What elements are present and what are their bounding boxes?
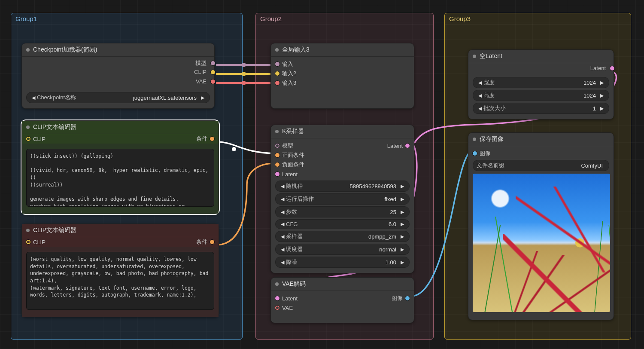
port-in-positive[interactable] — [275, 153, 279, 157]
node-title[interactable]: CLIP文本编码器 — [22, 121, 219, 134]
arrow-right-icon[interactable]: ▶ — [399, 260, 406, 265]
port-in-clip[interactable] — [26, 137, 30, 141]
out-latent-label: Latent — [387, 143, 403, 149]
title-text: VAE解码 — [282, 280, 306, 288]
widget-height[interactable]: ◀ 高度 1024 ▶ — [473, 90, 609, 101]
negative-prompt-textarea[interactable]: (worst quality, low quality, normal qual… — [26, 252, 214, 310]
out-clip-label: CLIP — [194, 69, 207, 75]
collapse-dot-icon[interactable] — [473, 55, 476, 58]
node-title[interactable]: 全局输入3 — [271, 43, 414, 57]
title-text: 保存图像 — [480, 135, 504, 143]
widget-denoise[interactable]: ◀ 降噪 1.00 ▶ — [275, 257, 410, 268]
port-out-latent[interactable] — [610, 66, 614, 70]
arrow-right-icon[interactable]: ▶ — [399, 184, 406, 189]
title-text: 全局输入3 — [282, 46, 310, 54]
node-title[interactable]: 空Latent — [468, 50, 614, 63]
out-model-label: 模型 — [195, 59, 207, 67]
widget-after-generate[interactable]: ◀ 运行后操作 fixed ▶ — [275, 193, 410, 205]
widget-batch[interactable]: ◀ 批次大小 1 ▶ — [473, 103, 609, 114]
in2-label: 输入2 — [282, 70, 296, 77]
node-vae-decode[interactable]: VAE解码 Latent 图像 VAE — [270, 277, 414, 323]
positive-prompt-textarea[interactable]: ((stick insect)) (galloping) ((vivid, hd… — [26, 149, 214, 207]
arrow-left-icon[interactable]: ◀ — [279, 234, 286, 239]
group-2-title: Group2 — [256, 13, 433, 24]
node-empty-latent[interactable]: 空Latent Latent ◀ 宽度 1024 ▶ ◀ 高度 1024 ▶ ◀… — [468, 49, 614, 119]
collapse-dot-icon[interactable] — [26, 48, 30, 52]
port-out-model[interactable] — [211, 61, 215, 65]
widget-scheduler[interactable]: ◀ 调度器 normal ▶ — [275, 244, 410, 255]
port-in-image[interactable] — [473, 151, 477, 156]
arrow-right-icon[interactable]: ▶ — [598, 93, 605, 98]
widget-checkpoint-name[interactable]: ◀ Checkpoint名称 juggernautXL.safetensors … — [26, 92, 210, 103]
port-in-3[interactable] — [275, 81, 279, 85]
collapse-dot-icon[interactable] — [275, 130, 279, 133]
node-title[interactable]: VAE解码 — [271, 278, 414, 291]
out-image-label: 图像 — [392, 294, 403, 302]
port-out-image[interactable] — [405, 296, 410, 300]
out-cond-label: 条件 — [196, 238, 207, 246]
arrow-left-icon[interactable]: ◀ — [279, 196, 286, 202]
port-out-cond[interactable] — [210, 240, 214, 244]
in-vae-label: VAE — [282, 305, 293, 311]
group-3-title: Group3 — [445, 13, 631, 24]
port-in-vae[interactable] — [275, 306, 279, 310]
port-in-latent[interactable] — [275, 172, 279, 176]
widget-seed[interactable]: ◀ 随机种 589549628940593 ▶ — [275, 181, 410, 192]
arrow-right-icon[interactable]: ▶ — [598, 106, 605, 111]
title-text: Checkpoint加载器(简易) — [33, 46, 97, 54]
node-save-image[interactable]: 保存图像 图像 文件名前缀 ComfyUI — [468, 132, 614, 320]
node-checkpoint-loader[interactable]: Checkpoint加载器(简易) 模型 CLIP VAE ◀ Checkpoi… — [21, 43, 215, 109]
node-clip-encode-negative[interactable]: CLIP文本编码器 CLIP 条件 (worst quality, low qu… — [21, 223, 219, 317]
port-in-model[interactable] — [275, 144, 279, 148]
arrow-left-icon[interactable]: ◀ — [279, 209, 286, 215]
port-in-clip[interactable] — [26, 240, 30, 244]
widget-sampler[interactable]: ◀ 采样器 dpmpp_2m ▶ — [275, 231, 410, 242]
collapse-dot-icon[interactable] — [26, 229, 30, 232]
arrow-left-icon[interactable]: ◀ — [279, 247, 286, 252]
arrow-left-icon[interactable]: ◀ — [279, 221, 286, 227]
collapse-dot-icon[interactable] — [275, 48, 279, 52]
title-text: CLIP文本编码器 — [33, 227, 76, 234]
node-title[interactable]: CLIP文本编码器 — [22, 224, 219, 237]
title-text: 空Latent — [480, 52, 502, 60]
node-ksampler[interactable]: K采样器 模型 Latent 正面条件 负面条件 Latent ◀ 随 — [270, 125, 414, 273]
arrow-right-icon[interactable]: ▶ — [399, 196, 406, 202]
node-title[interactable]: Checkpoint加载器(简易) — [22, 43, 214, 57]
collapse-dot-icon[interactable] — [473, 138, 476, 141]
out-vae-label: VAE — [196, 78, 207, 85]
node-title[interactable]: K采样器 — [271, 125, 414, 138]
in-pos-label: 正面条件 — [282, 151, 304, 159]
port-in-negative[interactable] — [275, 162, 279, 167]
collapse-dot-icon[interactable] — [26, 126, 30, 129]
arrow-left-icon[interactable]: ◀ — [30, 95, 37, 101]
arrow-right-icon[interactable]: ▶ — [399, 234, 406, 239]
port-out-cond[interactable] — [210, 137, 214, 141]
arrow-left-icon[interactable]: ◀ — [477, 106, 483, 111]
node-global-input-3[interactable]: 全局输入3 输入 输入2 输入3 — [270, 43, 414, 109]
arrow-right-icon[interactable]: ▶ — [399, 221, 406, 227]
port-in-2[interactable] — [275, 71, 279, 76]
arrow-left-icon[interactable]: ◀ — [279, 184, 286, 189]
title-text: CLIP文本编码器 — [33, 123, 76, 131]
widget-cfg[interactable]: ◀ CFG 6.0 ▶ — [275, 219, 410, 229]
port-out-vae[interactable] — [211, 80, 215, 84]
widget-steps[interactable]: ◀ 步数 25 ▶ — [275, 206, 410, 217]
arrow-right-icon[interactable]: ▶ — [399, 247, 406, 252]
widget-width[interactable]: ◀ 宽度 1024 ▶ — [473, 77, 609, 88]
collapse-dot-icon[interactable] — [275, 282, 279, 286]
arrow-right-icon[interactable]: ▶ — [399, 209, 406, 215]
group-1-title: Group1 — [11, 13, 242, 24]
arrow-left-icon[interactable]: ◀ — [477, 93, 483, 98]
port-out-latent[interactable] — [405, 144, 410, 148]
widget-filename-prefix[interactable]: 文件名前缀 ComfyUI — [473, 160, 609, 171]
arrow-left-icon[interactable]: ◀ — [477, 80, 483, 86]
port-in-1[interactable] — [275, 62, 279, 66]
node-title[interactable]: 保存图像 — [468, 133, 614, 146]
arrow-left-icon[interactable]: ◀ — [279, 260, 286, 265]
generated-image-preview[interactable] — [473, 174, 610, 312]
port-in-latent[interactable] — [275, 296, 279, 300]
port-out-clip[interactable] — [211, 70, 215, 74]
node-clip-encode-positive[interactable]: CLIP文本编码器 CLIP 条件 ((stick insect)) (gall… — [21, 120, 219, 214]
arrow-right-icon[interactable]: ▶ — [199, 95, 206, 101]
arrow-right-icon[interactable]: ▶ — [598, 80, 605, 86]
